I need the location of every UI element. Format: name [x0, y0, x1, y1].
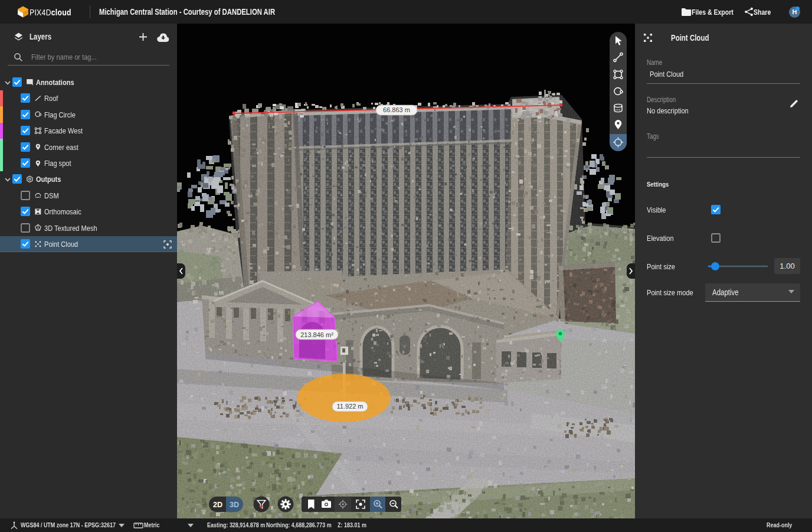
svg-text:11.922 m: 11.922 m	[336, 403, 363, 410]
svg-text:2D: 2D	[213, 501, 222, 509]
svg-text:66.863 m: 66.863 m	[383, 106, 410, 113]
svg-text:213.846 m²: 213.846 m²	[300, 331, 333, 338]
svg-text:3D: 3D	[230, 501, 239, 509]
